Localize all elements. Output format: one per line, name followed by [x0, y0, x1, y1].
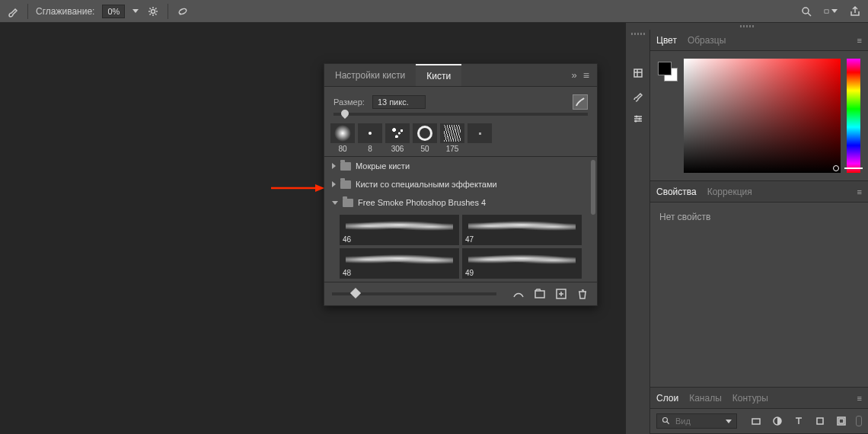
- divider: [168, 4, 168, 19]
- size-label: Размер:: [333, 97, 365, 107]
- folder-label: Кисти со специальными эффектами: [356, 180, 497, 189]
- brush-folder[interactable]: Кисти со специальными эффектами: [324, 175, 597, 193]
- chevron-right-icon: [332, 163, 336, 169]
- brush-preset[interactable]: 50: [413, 123, 437, 153]
- brush-preset[interactable]: 306: [385, 123, 410, 153]
- folder-icon: [340, 162, 351, 171]
- svg-rect-4: [535, 291, 544, 298]
- tab-brush-settings[interactable]: Настройки кисти: [324, 64, 416, 86]
- svg-rect-17: [839, 419, 844, 423]
- brush-presets-row: 80 8 306 50 175: [324, 120, 597, 156]
- svg-point-12: [663, 418, 668, 423]
- color-panel: Цвет Образцы ≡: [650, 30, 868, 181]
- hue-slider[interactable]: [847, 59, 860, 173]
- symmetry-icon[interactable]: [176, 5, 190, 18]
- divider: [27, 4, 28, 19]
- svg-point-9: [635, 116, 637, 118]
- panel-menu-icon[interactable]: ≡: [583, 69, 589, 81]
- save-brush-icon[interactable]: [533, 287, 547, 301]
- view-mode-icon[interactable]: [824, 5, 838, 18]
- filter-shape-icon[interactable]: [813, 414, 827, 428]
- panel-menu-icon[interactable]: ≡: [857, 187, 862, 196]
- svg-rect-8: [634, 69, 642, 77]
- filter-toggle[interactable]: [856, 416, 862, 426]
- tab-properties[interactable]: Свойства: [656, 187, 697, 197]
- brushes-panel: Настройки кисти Кисти » ≡ Размер: 13 пик…: [324, 63, 598, 306]
- brush-item[interactable]: 48: [340, 248, 459, 279]
- svg-point-2: [803, 8, 809, 14]
- svg-rect-15: [817, 418, 823, 424]
- svg-point-10: [638, 118, 640, 120]
- brush-item[interactable]: 49: [462, 248, 582, 279]
- filter-pixel-icon[interactable]: [749, 414, 763, 428]
- layer-filter[interactable]: [656, 413, 737, 429]
- layers-panel: Слои Каналы Контуры ≡: [650, 388, 868, 434]
- brush-folder-list: Мокрые кисти Кисти со специальными эффек…: [324, 156, 597, 282]
- foreground-background-swatch[interactable]: [658, 62, 678, 81]
- size-slider[interactable]: [333, 113, 588, 116]
- smoothing-value[interactable]: 0%: [102, 5, 125, 18]
- collapse-icon[interactable]: »: [572, 69, 577, 81]
- gear-icon[interactable]: [146, 5, 160, 18]
- panel-menu-icon[interactable]: ≡: [857, 36, 862, 45]
- brush-preset[interactable]: 80: [330, 123, 355, 153]
- svg-rect-3: [825, 9, 828, 12]
- folder-icon: [340, 180, 351, 189]
- tab-channels[interactable]: Каналы: [689, 393, 722, 404]
- tab-paths[interactable]: Контуры: [732, 393, 768, 404]
- smoothing-label: Сглаживание:: [36, 6, 94, 17]
- no-properties-label: Нет свойств: [659, 212, 710, 222]
- filter-type-icon[interactable]: [792, 414, 806, 428]
- scrollbar[interactable]: [591, 160, 595, 215]
- brush-settings-dock-icon[interactable]: [631, 89, 645, 103]
- folder-icon: [343, 199, 353, 207]
- folder-label: Мокрые кисти: [356, 161, 410, 171]
- tab-brushes[interactable]: Кисти: [416, 64, 461, 86]
- brush-preset[interactable]: [468, 123, 492, 153]
- chevron-down-icon: [332, 201, 338, 205]
- filter-adjust-icon[interactable]: [771, 414, 784, 428]
- panel-menu-icon[interactable]: ≡: [857, 394, 862, 403]
- brush-preset[interactable]: 8: [358, 123, 382, 153]
- chevron-right-icon: [332, 181, 336, 187]
- right-panel-dock: Цвет Образцы ≡ Свойства Коррекция ≡ Нет …: [626, 23, 868, 434]
- new-brush-icon[interactable]: [554, 287, 568, 301]
- color-field[interactable]: [684, 59, 841, 173]
- share-icon[interactable]: [848, 5, 862, 18]
- brush-item[interactable]: 46: [340, 215, 459, 245]
- tab-color[interactable]: Цвет: [656, 35, 677, 46]
- thumbnail-size-slider[interactable]: [332, 292, 496, 295]
- chevron-down-icon[interactable]: [726, 420, 732, 423]
- brush-folder[interactable]: Мокрые кисти: [324, 157, 597, 175]
- svg-point-11: [634, 120, 637, 123]
- size-value[interactable]: 13 пикс.: [372, 95, 426, 109]
- brush-tool-icon[interactable]: [6, 5, 20, 18]
- search-icon[interactable]: [799, 5, 813, 18]
- adjustments-dock-icon[interactable]: [631, 112, 645, 126]
- filter-smart-icon[interactable]: [834, 414, 848, 428]
- brush-folder[interactable]: Free Smoke Photoshop Brushes 4: [324, 193, 597, 212]
- chevron-down-icon[interactable]: [132, 9, 139, 13]
- tab-swatches[interactable]: Образцы: [688, 35, 726, 46]
- svg-rect-13: [752, 419, 760, 424]
- delete-brush-icon[interactable]: [576, 287, 589, 301]
- svg-point-0: [152, 9, 155, 13]
- tab-adjustments[interactable]: Коррекция: [707, 187, 752, 197]
- history-icon[interactable]: [631, 66, 645, 80]
- brush-preset[interactable]: 175: [440, 123, 464, 153]
- flip-brush-button[interactable]: [573, 94, 588, 110]
- layer-filter-input[interactable]: [675, 416, 721, 426]
- properties-panel: Свойства Коррекция ≡ Нет свойств: [650, 181, 868, 388]
- folder-label: Free Smoke Photoshop Brushes 4: [358, 198, 486, 207]
- collapsed-panel-column: [626, 23, 650, 434]
- live-brush-preview-icon[interactable]: [512, 287, 525, 301]
- brush-item[interactable]: 47: [462, 215, 582, 245]
- tab-layers[interactable]: Слои: [656, 393, 678, 404]
- options-bar: Сглаживание: 0%: [0, 0, 868, 23]
